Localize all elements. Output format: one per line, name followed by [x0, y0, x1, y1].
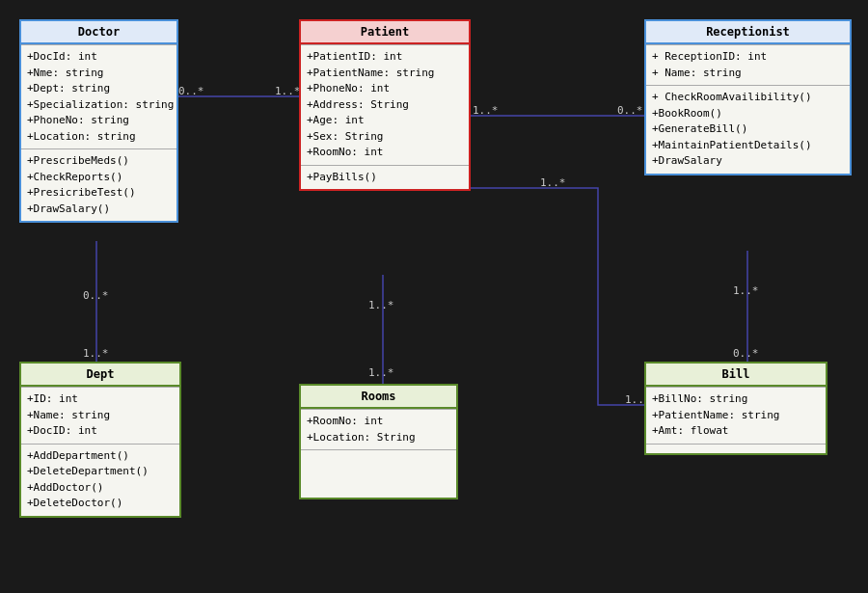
dept-methods: +AddDepartment() +DeleteDepartment() +Ad…	[21, 444, 179, 516]
label-recep-bill-rec: 1..*	[733, 284, 759, 297]
rooms-title: Rooms	[301, 386, 456, 409]
label-doc-dept-doc: 0..*	[83, 289, 109, 302]
patient-attributes: +PatientID: int +PatientName: string +Ph…	[301, 44, 469, 165]
patient-box: Patient +PatientID: int +PatientName: st…	[299, 19, 471, 191]
label-pat-bill: 1..*	[540, 176, 566, 189]
receptionist-methods: + CheckRoomAvailibility() +BookRoom() +G…	[646, 85, 850, 174]
bill-attributes: +BillNo: string +PatientName: string +Am…	[646, 387, 826, 444]
label-pat-rooms-room: 1..*	[368, 366, 394, 379]
dept-attributes: +ID: int +Name: string +DocID: int	[21, 387, 179, 444]
doctor-box: Doctor +DocId: int +Nme: string +Dept: s…	[19, 19, 178, 223]
receptionist-attributes: + ReceptionID: int + Name: string	[646, 44, 850, 85]
rooms-attributes: +RoomNo: int +Location: String	[301, 409, 456, 449]
label-pat-rooms-pat: 1..*	[368, 299, 394, 311]
label-pat-recep-pat: 1..*	[473, 104, 499, 117]
label-doc-dept-dept: 1..*	[83, 347, 109, 360]
label-recep-bill-bill: 0..*	[733, 347, 759, 360]
bill-box: Bill +BillNo: string +PatientName: strin…	[644, 362, 827, 455]
bill-title: Bill	[646, 364, 826, 387]
label-doc-patient-doc: 0..*	[178, 85, 204, 97]
doctor-title: Doctor	[21, 21, 176, 44]
label-doc-patient-pat: 1..*	[275, 85, 301, 97]
receptionist-title: Receptionist	[646, 21, 850, 44]
dept-title: Dept	[21, 364, 179, 387]
doctor-methods: +PrescribeMeds() +CheckReports() +Presic…	[21, 148, 176, 221]
doctor-attributes: +DocId: int +Nme: string +Dept: string +…	[21, 44, 176, 148]
patient-methods: +PayBills()	[301, 165, 469, 190]
bill-methods	[646, 444, 826, 453]
receptionist-box: Receptionist + ReceptionID: int + Name: …	[644, 19, 852, 175]
rooms-methods	[301, 449, 456, 498]
rooms-box: Rooms +RoomNo: int +Location: String	[299, 384, 458, 499]
label-pat-recep-rec: 0..*	[617, 104, 643, 117]
patient-title: Patient	[301, 21, 469, 44]
dept-box: Dept +ID: int +Name: string +DocID: int …	[19, 362, 181, 518]
diagram-canvas: 0..* 1..* 1..* 0..* 0..* 1..* 1..* 1..* …	[0, 0, 868, 593]
